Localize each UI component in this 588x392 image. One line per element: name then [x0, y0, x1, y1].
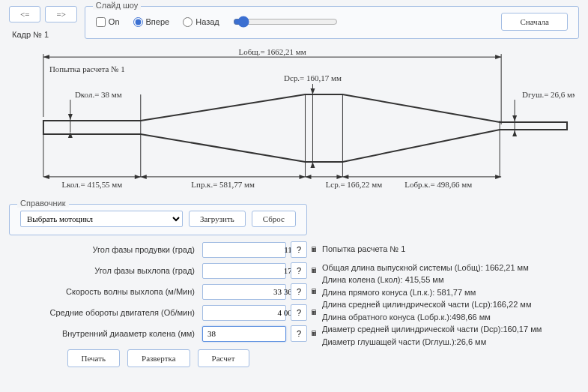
inner-dia-label: Внутренний диааметр колена (мм)	[9, 329, 198, 338]
svg-marker-26	[342, 175, 348, 179]
results-line: Длина колена (Lкол): 415,55 мм	[322, 274, 579, 286]
frame-label: Кадр № 1	[12, 30, 77, 39]
results-line: Длина прямого конуса (Lп.к.): 581,77 мм	[322, 286, 579, 299]
reference-legend: Справочник	[17, 199, 69, 208]
calculator-icon[interactable]: 🖩	[311, 286, 318, 297]
svg-marker-12	[512, 115, 517, 121]
on-checkbox-label: On	[109, 17, 120, 26]
motorcycle-select[interactable]: Выбрать мотоцикл	[20, 211, 183, 227]
exhaust-angle-label: Угол фазы выхлопа (град)	[9, 266, 198, 275]
calculator-icon[interactable]: 🖩	[311, 244, 318, 255]
help-button[interactable]: ?	[291, 283, 307, 300]
svg-marker-22	[141, 175, 147, 179]
exhaust-diagram: Lобщ.= 1662,21 мм Попытка расчета № 1 Dк…	[13, 49, 575, 198]
svg-marker-2	[495, 55, 501, 59]
help-button[interactable]: ?	[291, 241, 307, 258]
print-button[interactable]: Печать	[67, 349, 121, 367]
slideshow-forward-radio[interactable]: Впере	[133, 17, 170, 27]
dim-l-prk: Lпр.к.= 581,77 мм	[191, 180, 255, 189]
next-button[interactable]: =>	[45, 6, 76, 22]
calculator-icon[interactable]: 🖩	[311, 328, 318, 339]
reset-ref-button[interactable]: Сброс	[252, 211, 296, 227]
on-checkbox-input[interactable]	[96, 17, 106, 27]
slideshow-on-checkbox[interactable]: On	[96, 17, 120, 27]
slideshow-slider[interactable]	[233, 16, 338, 28]
help-button[interactable]: ?	[291, 304, 307, 321]
svg-marker-9	[310, 88, 315, 94]
calculator-icon[interactable]: 🖩	[311, 265, 318, 276]
dim-l-kol: Lкол.= 415,55 мм	[61, 180, 122, 189]
results-line: Диаметр средней цилиндрической части (Dс…	[322, 323, 579, 336]
results-panel: Попытка расчета № 1 Общая длина выпускно…	[322, 204, 579, 367]
reference-group: Справочник Выбрать мотоцикл Загрузить Сб…	[9, 204, 307, 235]
svg-marker-27	[495, 175, 501, 179]
rpm-label: Средние обороты двигателя (Об/мин)	[9, 308, 198, 317]
slideshow-reset-button[interactable]: Сначала	[501, 13, 568, 31]
svg-marker-24	[305, 175, 311, 179]
dim-d-kol: Dкол.= 38 мм	[75, 90, 122, 99]
back-radio-label: Назад	[196, 17, 219, 26]
svg-marker-23	[299, 175, 305, 179]
dim-l-obrk: Lобр.к.= 498,66 мм	[404, 180, 472, 189]
results-line: Диаметр глушащей части (Dглуш.):26,6 мм	[322, 336, 579, 349]
svg-marker-13	[512, 130, 517, 136]
load-button[interactable]: Загрузить	[189, 211, 246, 227]
back-radio-input[interactable]	[183, 17, 193, 27]
dim-d-gush: Dгуш.= 26,6 мм	[522, 90, 575, 99]
slideshow-legend: Слайд шоу	[93, 1, 141, 10]
calc-button[interactable]: Расчет	[198, 349, 249, 367]
scavenge-angle-label: Угол фазы продувки (град)	[9, 245, 198, 254]
slideshow-back-radio[interactable]: Назад	[183, 17, 219, 27]
slideshow-group: Слайд шоу On Впере Назад Сначала	[85, 6, 579, 39]
forward-radio-label: Впере	[146, 17, 170, 26]
svg-marker-21	[135, 175, 141, 179]
svg-marker-1	[43, 55, 49, 59]
unfold-button[interactable]: Развертка	[127, 349, 190, 367]
svg-marker-20	[43, 175, 49, 179]
dim-l-cp: Lср.= 166,22 мм	[326, 180, 383, 189]
help-button[interactable]: ?	[291, 262, 307, 279]
results-line: Длина обратного конуса (Lобр.к.):498,66 …	[322, 311, 579, 324]
attempt-label: Попытка расчета № 1	[49, 64, 125, 73]
results-title: Попытка расчета № 1	[322, 243, 579, 256]
prev-button[interactable]: <=	[9, 6, 40, 22]
svg-marker-25	[336, 175, 342, 179]
svg-marker-6	[68, 114, 73, 120]
dim-l-total: Lобщ.= 1662,21 мм	[238, 49, 306, 56]
calculator-icon[interactable]: 🖩	[311, 307, 318, 318]
help-button[interactable]: ?	[291, 325, 307, 342]
svg-marker-10	[310, 162, 315, 168]
results-line: Общая длина выпускной системы (Lобщ): 16…	[322, 262, 579, 274]
forward-radio-input[interactable]	[133, 17, 143, 27]
wave-speed-label: Скорость волны выхлопа (м/Мин)	[9, 287, 198, 296]
dim-d-cp: Dср.= 160,17 мм	[284, 73, 342, 82]
results-line: Длина средней цилиндрической части (Lср)…	[322, 298, 579, 311]
svg-marker-7	[68, 132, 73, 138]
